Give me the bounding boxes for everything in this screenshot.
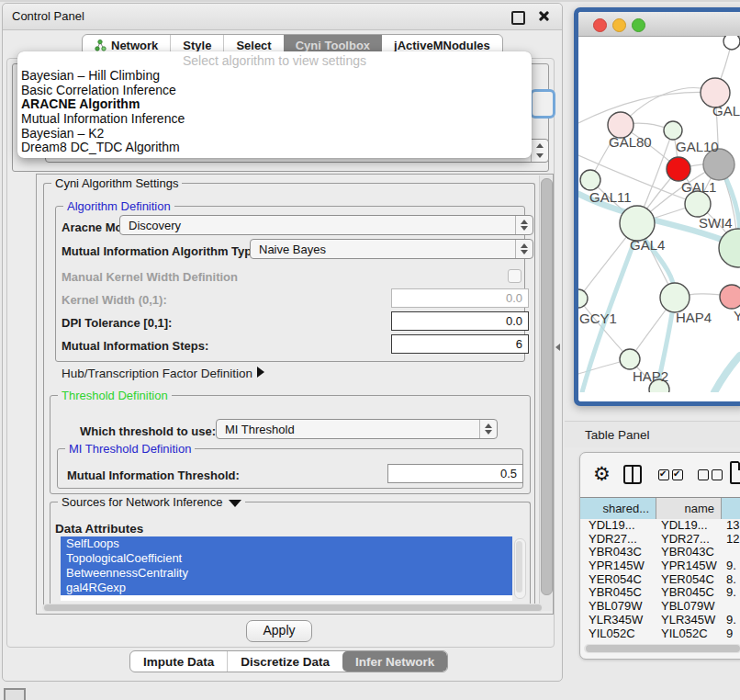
floating-panel-icon[interactable] [4,688,26,700]
table-hscrollbar[interactable] [584,644,740,653]
cell: YDR27... [656,533,721,547]
cell: YDL19... [580,519,656,533]
sources-collapse-icon[interactable] [229,500,241,507]
hub-expander-icon[interactable] [257,367,264,378]
mi-type-label: Mutual Information Algorithm Type: [62,244,263,258]
node-salmon[interactable] [720,285,740,309]
attributes-scrollbar[interactable] [514,538,526,599]
attr-topologicalcoefficient[interactable]: TopologicalCoefficient [61,551,512,566]
tab-discretize-data-label: Discretize Data [241,655,330,669]
table-row[interactable]: YPR145W YPR145W 9. [580,559,740,573]
settings-hscrollbar-thumb[interactable] [44,604,542,611]
attributes-scrollbar-thumb[interactable] [516,541,522,593]
node-gal1[interactable] [685,191,711,217]
close-traffic-light[interactable] [593,18,607,32]
option-basic-correlation[interactable]: Basic Correlation Inference [17,84,532,98]
which-threshold-label: Which threshold to use: [80,424,216,438]
node-top-cut[interactable] [723,36,740,50]
kernel-width-label: Kernel Width (0,1): [62,293,167,307]
settings-scrollbar[interactable] [539,175,552,611]
data-attributes-list[interactable]: SelfLoops TopologicalCoefficient Between… [61,536,512,601]
split-columns-icon[interactable] [623,465,642,484]
table-hscrollbar-thumb[interactable] [586,645,740,652]
select-all-icon[interactable] [658,469,669,480]
which-threshold-combo[interactable]: MI Threshold [216,419,498,439]
attr-selfloops[interactable]: SelfLoops [61,536,512,551]
combo-stepper-icon [531,140,548,162]
aracne-mode-combo[interactable]: Discovery [119,215,533,235]
table-row[interactable]: YER054C YER054C 8. [580,573,740,587]
table-row[interactable]: YDR27... YDR27... 12 [580,533,740,547]
attr-gal4rgexp[interactable]: gal4RGexp [61,581,512,595]
algorithm-combo-focus-ring [530,89,555,119]
tab-infer-network[interactable]: Infer Network [342,651,447,672]
cell: YPR145W [580,559,656,573]
export-table-icon[interactable] [730,461,740,484]
splitter-collapse-icon[interactable] [555,344,560,351]
table-body[interactable]: YDL19... YDL19... 13 YDR27... YDR27... 1… [580,519,740,638]
option-dream8[interactable]: Dream8 DC_TDC Algorithm [17,141,532,155]
option-mutual-information[interactable]: Mutual Information Inference [17,112,532,127]
tab-discretize-data[interactable]: Discretize Data [227,651,342,672]
which-threshold-stepper-icon [479,420,497,438]
label-hap4: HAP4 [676,310,712,325]
manual-kernel-width-label: Manual Kernel Width Definition [62,270,238,284]
table-row[interactable]: YIL052C YIL052C 9 [580,627,740,639]
option-aracne[interactable]: ARACNE Algorithm [17,97,532,112]
close-icon[interactable] [537,10,549,22]
float-window-icon[interactable] [511,11,525,25]
column-header-cut[interactable] [721,498,740,519]
option-bayesian-hill-climbing[interactable]: Bayesian – Hill Climbing [17,69,532,84]
mi-threshold-field[interactable]: 0.5 [387,464,523,483]
zoom-traffic-light[interactable] [632,18,645,32]
column-header-shared[interactable]: shared... [580,498,656,519]
node-gal10-red[interactable] [667,157,690,181]
tab-style-label: Style [183,39,211,52]
attr-betweennesscentrality[interactable]: BetweennessCentrality [61,566,512,581]
select-all-icon-2[interactable] [672,469,683,480]
node-green-top[interactable] [664,121,682,140]
node-hap4[interactable] [660,283,690,312]
gear-icon[interactable] [593,464,613,484]
network-nodes[interactable] [578,36,740,392]
cell [721,600,740,614]
cell: YPR145W [656,559,721,573]
mi-type-combo[interactable]: Naive Bayes [250,239,533,259]
aracne-mode-value: Discovery [129,219,181,232]
network-canvas[interactable]: GAL GAL80 GAL10 GAL11 GAL1 SWI4 GAL4 GCY… [578,36,740,392]
node-big-green[interactable] [719,229,740,267]
table-row[interactable]: YBL079W YBL079W [580,600,740,614]
table-row[interactable]: YBR043C YBR043C [580,546,740,559]
settings-scrollbar-thumb[interactable] [541,178,553,595]
table-row[interactable]: YLR345W YLR345W 9. [580,614,740,627]
node-hap2[interactable] [620,349,640,369]
node-gcy1[interactable] [578,289,588,308]
network-window-titlebar[interactable] [578,12,740,37]
data-attributes-label: Data Attributes [55,522,143,536]
sources-title-text: Sources for Network Inference [62,495,223,509]
node-gal4[interactable] [620,206,655,241]
cell: YBR043C [580,546,656,559]
cell: YBR043C [656,546,721,559]
table-row[interactable]: YDL19... YDL19... 13 [580,519,740,533]
table-row[interactable]: YBR045C YBR045C 9. [580,586,740,600]
column-header-name[interactable]: name [656,498,721,519]
mi-threshold-group-title: MI Threshold Definition [65,442,195,456]
cell: YER054C [580,573,656,587]
deselect-all-icon[interactable] [698,469,709,480]
dpi-tolerance-field[interactable]: 0.0 [391,311,529,331]
tab-impute-data[interactable]: Impute Data [130,651,227,672]
deselect-all-icon-2[interactable] [712,469,723,480]
minimize-traffic-light[interactable] [612,18,626,32]
manual-kernel-width-checkbox[interactable] [508,269,521,283]
node-gal11[interactable] [580,170,600,190]
apply-button[interactable]: Apply [246,620,312,642]
tab-network-label: Network [111,39,158,52]
label-gal11: GAL11 [589,189,632,205]
network-node-labels: GAL GAL80 GAL10 GAL11 GAL1 SWI4 GAL4 GCY… [579,103,740,384]
kernel-width-field[interactable]: 0.0 [391,288,529,308]
mi-steps-field[interactable]: 6 [391,334,529,354]
settings-hscrollbar[interactable] [42,604,544,612]
control-panel: Control Panel Network Style Select Cyni … [2,3,563,682]
option-bayesian-k2[interactable]: Bayesian – K2 [17,127,532,141]
